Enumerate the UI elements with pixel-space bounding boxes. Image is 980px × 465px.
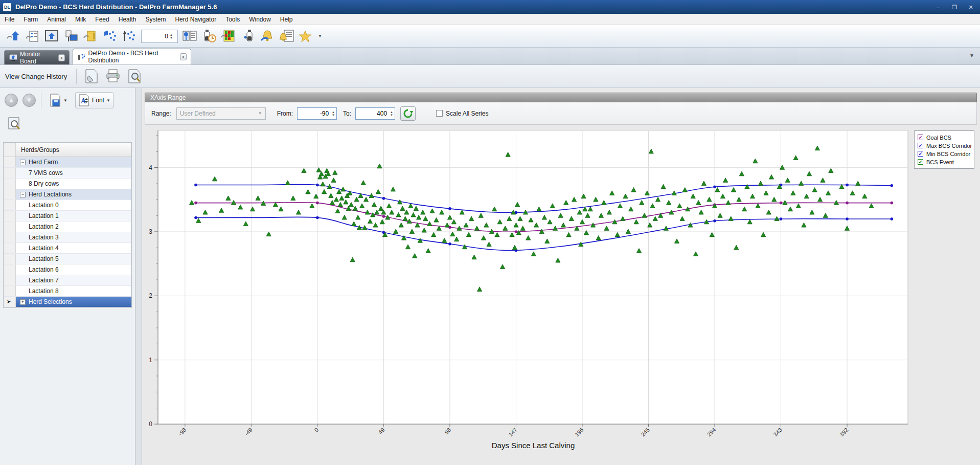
- counter-spin-arrows[interactable]: ▲▼: [168, 33, 174, 39]
- range-select[interactable]: User Defined ▼: [176, 107, 266, 120]
- tree-row-lactation-2[interactable]: Lactation 2: [4, 222, 131, 232]
- milking-clock-icon[interactable]: [199, 27, 219, 46]
- animal-list-icon[interactable]: [22, 27, 42, 46]
- svg-text:4: 4: [149, 164, 152, 171]
- menu-item-milk[interactable]: Milk: [71, 14, 90, 25]
- xaxis-range-header[interactable]: XAxis Range: [145, 93, 977, 102]
- favorites-star-icon[interactable]: [297, 27, 316, 46]
- tab-chart-close-icon[interactable]: x: [180, 53, 187, 60]
- to-spinbox[interactable]: ▲▼: [355, 107, 395, 120]
- tree-row-lactation-4[interactable]: Lactation 4: [4, 243, 131, 254]
- tree-row-lactation-3[interactable]: Lactation 3: [4, 232, 131, 243]
- to-spin-arrows[interactable]: ▲▼: [389, 110, 395, 117]
- panel-splitter[interactable]: [135, 88, 142, 465]
- scale-all-series-toggle[interactable]: Scale All Series: [436, 110, 488, 117]
- legend-item-bcs-event[interactable]: ✔BCS Event: [918, 158, 971, 166]
- font-dropdown[interactable]: A Font ▼: [75, 92, 113, 108]
- kiosk-display-icon[interactable]: [61, 27, 81, 46]
- tree-row-lactation-8[interactable]: Lactation 8: [4, 286, 131, 297]
- tab-chart-active[interactable]: DelPro Demo - BCS Herd Distribution x: [73, 49, 191, 64]
- favorites-caret-icon[interactable]: ▼: [318, 34, 322, 38]
- tree-cell[interactable]: +Herd Selections: [16, 297, 131, 307]
- save-caret-icon[interactable]: ▼: [63, 98, 67, 103]
- tree-row-lactation-6[interactable]: Lactation 6: [4, 264, 131, 275]
- preview-search-button[interactable]: [4, 115, 25, 133]
- menu-item-herd-navigator[interactable]: Herd Navigator: [170, 14, 221, 25]
- to-input[interactable]: [356, 110, 389, 117]
- tree-cell[interactable]: −Herd Lactations: [16, 189, 131, 200]
- save-layout-button[interactable]: ▼: [47, 92, 70, 108]
- minimize-button[interactable]: –: [931, 2, 945, 12]
- from-spinbox[interactable]: ▲▼: [297, 107, 337, 120]
- menu-item-help[interactable]: Help: [276, 14, 298, 25]
- legend-item-min-bcs-corridor[interactable]: ✔Min BCS Corridor: [918, 150, 971, 158]
- menu-item-tools[interactable]: Tools: [221, 14, 244, 25]
- milk-drop-icon[interactable]: [238, 27, 258, 46]
- collapse-icon[interactable]: −: [20, 160, 26, 165]
- legend-checkbox-icon[interactable]: ✔: [918, 151, 923, 157]
- menu-item-animal[interactable]: Animal: [42, 14, 71, 25]
- collapse-icon[interactable]: −: [20, 192, 26, 197]
- move-up-icon[interactable]: ▲: [5, 94, 18, 107]
- tree-row-herd-lactations[interactable]: −Herd Lactations: [4, 189, 131, 200]
- tree-cell[interactable]: 7 VMS cows: [16, 168, 131, 178]
- refresh-button[interactable]: [400, 106, 416, 121]
- tab-monitor-board[interactable]: Monitor Board x: [4, 50, 70, 64]
- tree-cell[interactable]: Lactation 8: [16, 286, 131, 296]
- menu-item-farm[interactable]: Farm: [19, 14, 42, 25]
- tree-row-lactation-0[interactable]: Lactation 0: [4, 200, 131, 211]
- from-spin-arrows[interactable]: ▲▼: [330, 110, 336, 117]
- monitor-board-icon[interactable]: [42, 27, 61, 46]
- menu-item-feed[interactable]: Feed: [90, 14, 113, 25]
- menu-item-file[interactable]: File: [0, 14, 19, 25]
- from-input[interactable]: [298, 110, 330, 117]
- counter-spinner[interactable]: ▲▼: [141, 30, 178, 43]
- tree-row-lactation-5[interactable]: Lactation 5: [4, 254, 131, 264]
- counter-input[interactable]: [142, 33, 168, 40]
- print-preview-icon[interactable]: [124, 67, 145, 86]
- tree-row-8-dry-cows[interactable]: 8 Dry cows: [4, 179, 131, 189]
- tree-cell[interactable]: Lactation 1: [16, 211, 131, 221]
- legend-checkbox-icon[interactable]: ✔: [918, 143, 923, 148]
- scale-all-series-checkbox[interactable]: [436, 110, 443, 117]
- tab-overflow-icon[interactable]: ▼: [968, 53, 976, 61]
- expand-icon[interactable]: +: [20, 299, 26, 305]
- menu-item-window[interactable]: Window: [244, 14, 276, 25]
- action-card-icon[interactable]: [81, 27, 100, 46]
- tree-cell[interactable]: −Herd Farm: [16, 157, 131, 167]
- legend-item-max-bcs-corridor[interactable]: ✔Max BCS Corridor: [918, 142, 971, 149]
- tree-cell[interactable]: Lactation 3: [16, 232, 131, 242]
- legend-checkbox-icon[interactable]: ✔: [918, 135, 923, 140]
- tab-monitor-close-icon[interactable]: x: [58, 54, 65, 61]
- herd-grid-icon[interactable]: [219, 27, 238, 46]
- tree-row-7-vms-cows[interactable]: 7 VMS cows: [4, 168, 131, 179]
- print-icon[interactable]: [102, 67, 124, 86]
- legend-checkbox-icon[interactable]: ✔: [918, 159, 923, 165]
- tree-cell[interactable]: Lactation 6: [16, 264, 131, 275]
- close-button[interactable]: ✕: [964, 2, 978, 12]
- tree-row-lactation-7[interactable]: Lactation 7: [4, 275, 131, 286]
- tree-cell[interactable]: Lactation 4: [16, 243, 131, 253]
- view-change-history-button[interactable]: View Change History: [0, 70, 72, 83]
- alarm-list-icon[interactable]: [277, 27, 297, 46]
- menu-item-system[interactable]: System: [141, 14, 170, 25]
- pin-report-icon[interactable]: [180, 27, 199, 46]
- tree-row-herd-farm[interactable]: −Herd Farm: [4, 157, 131, 168]
- tree-cell[interactable]: Lactation 0: [16, 200, 131, 210]
- page-setup-icon[interactable]: [81, 67, 102, 86]
- maximize-button[interactable]: ❐: [947, 2, 962, 12]
- tree-row-lactation-1[interactable]: Lactation 1: [4, 211, 131, 222]
- cow-entry-icon[interactable]: [3, 27, 22, 46]
- tree-cell[interactable]: Lactation 5: [16, 254, 131, 264]
- tree-cell[interactable]: Lactation 7: [16, 275, 131, 285]
- alarm-bell-icon[interactable]: [258, 27, 277, 46]
- menu-item-health[interactable]: Health: [114, 14, 141, 25]
- legend-item-goal-bcs[interactable]: ✔Goal BCS: [918, 134, 971, 141]
- tree-row-herd-selections[interactable]: ➤+Herd Selections: [4, 297, 131, 307]
- scatter-graph-alt-icon[interactable]: [120, 27, 139, 46]
- chart-canvas[interactable]: -98-490499814719624529434339201234: [145, 130, 977, 463]
- tree-cell[interactable]: Lactation 2: [16, 222, 131, 232]
- scatter-graph-icon[interactable]: [100, 27, 120, 46]
- tree-cell[interactable]: 8 Dry cows: [16, 179, 131, 189]
- move-down-icon[interactable]: ▼: [22, 94, 36, 107]
